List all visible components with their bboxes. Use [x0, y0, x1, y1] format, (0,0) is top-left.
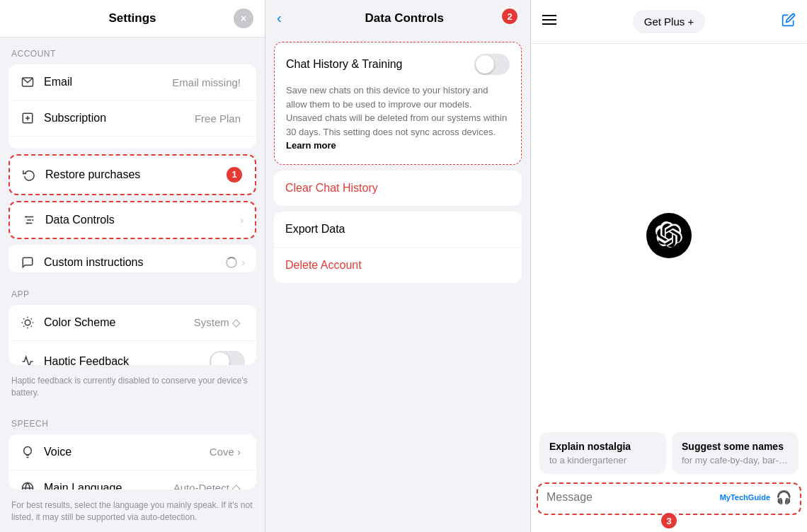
haptic-toggle-thumb: [211, 352, 229, 365]
language-icon: [20, 480, 35, 490]
subscription-value: Free Plan: [195, 112, 241, 125]
email-item[interactable]: Email Email missing!: [8, 64, 256, 100]
email-label: Email: [44, 76, 172, 88]
language-value: Auto-Detect ◇: [173, 482, 241, 490]
chat-history-label: Chat History & Training: [286, 58, 403, 71]
svg-line-20: [23, 326, 24, 327]
export-data-button[interactable]: Export Data: [274, 212, 522, 248]
badge-3: 3: [660, 511, 678, 530]
suggestion-2[interactable]: Suggest some names for my cafe-by-day, b…: [672, 432, 799, 474]
chatgpt-logo: [646, 213, 692, 258]
main-language-item[interactable]: Main Language Auto-Detect ◇: [8, 470, 256, 490]
haptic-note: Haptic feedback is currently disabled to…: [0, 371, 265, 407]
language-label: Main Language: [44, 482, 173, 490]
suggestion-1-title: Explain nostalgia: [549, 441, 656, 452]
settings-header: Settings ×: [0, 0, 265, 37]
data-controls-icon: [21, 212, 37, 228]
custom-instructions-group: Custom instructions ›: [8, 245, 256, 272]
color-scheme-value: System ◇: [194, 316, 241, 329]
email-icon: [20, 74, 35, 90]
close-button[interactable]: ×: [234, 8, 253, 28]
back-button[interactable]: ‹: [277, 10, 282, 26]
custom-instructions-label: Custom instructions: [44, 256, 226, 269]
voice-value: Cove ›: [210, 446, 241, 458]
svg-line-21: [31, 318, 32, 319]
suggestion-1[interactable]: Explain nostalgia to a kindergartener: [539, 432, 666, 474]
svg-line-16: [23, 318, 24, 319]
svg-point-11: [32, 219, 33, 221]
data-controls-panel: ‹ Data Controls 2 Chat History & Trainin…: [265, 0, 531, 532]
chat-history-toggle-thumb: [476, 55, 494, 74]
suggestion-1-sub: to a kindergartener: [549, 455, 656, 466]
haptic-feedback-item[interactable]: Haptic Feedback: [8, 341, 256, 365]
voice-label: Voice: [44, 446, 210, 458]
svg-point-24: [23, 482, 33, 490]
restore-icon: [21, 167, 37, 183]
chat-history-toggle[interactable]: [474, 54, 510, 75]
chat-main: [531, 44, 807, 427]
voice-icon: [20, 444, 35, 460]
haptic-label: Haptic Feedback: [44, 355, 210, 365]
learn-more-link[interactable]: Learn more: [286, 140, 336, 151]
restore-purchases-item[interactable]: Restore purchases 1: [10, 156, 255, 194]
app-group: Color Scheme System ◇ Haptic Feedback: [8, 305, 256, 365]
language-note: For best results, select the language yo…: [0, 495, 265, 532]
data-controls-item[interactable]: Data Controls ›: [10, 202, 255, 238]
custom-instructions-item[interactable]: Custom instructions ›: [8, 245, 256, 272]
app-section-label: APP: [0, 278, 265, 305]
delete-account-button[interactable]: Delete Account: [274, 248, 522, 283]
restore-label: Restore purchases: [45, 168, 219, 181]
badge-1: 1: [225, 166, 244, 184]
svg-point-12: [27, 222, 28, 224]
speech-group: Voice Cove › Main Language Auto-Detect ◇: [8, 434, 256, 490]
hamburger-icon[interactable]: [542, 14, 556, 29]
suggestion-2-title: Suggest some names: [682, 441, 789, 452]
email-value: Email missing!: [172, 76, 241, 88]
loading-spinner: [226, 257, 237, 268]
edit-icon[interactable]: [782, 13, 796, 30]
subscription-label: Subscription: [44, 112, 195, 125]
watermark: MyTechGuide: [720, 493, 770, 502]
clear-chat-button[interactable]: Clear Chat History: [274, 170, 522, 206]
account-group: Email Email missing! Subscription Free P…: [8, 64, 256, 149]
color-scheme-item[interactable]: Color Scheme System ◇: [8, 305, 256, 341]
data-controls-label: Data Controls: [45, 214, 240, 226]
color-scheme-icon: [20, 315, 35, 330]
data-controls-title: Data Controls: [290, 11, 519, 25]
get-plus-button[interactable]: Get Plus +: [633, 10, 705, 33]
settings-panel: Settings × ACCOUNT Email Email missing! …: [0, 0, 265, 532]
chat-history-row: Chat History & Training: [286, 54, 510, 75]
settings-title: Settings: [108, 11, 156, 25]
chat-input-row: MyTechGuide 🎧: [537, 482, 801, 515]
upgrade-icon: [20, 146, 35, 149]
chat-history-section: Chat History & Training Save new chats o…: [274, 42, 522, 165]
haptic-icon: [20, 354, 35, 365]
clear-chat-section: Clear Chat History: [274, 170, 522, 206]
data-controls-chevron: ›: [240, 214, 244, 226]
suggestion-2-sub: for my cafe-by-day, bar-by-ni...: [682, 455, 789, 466]
color-scheme-label: Color Scheme: [44, 316, 194, 329]
account-section-label: ACCOUNT: [0, 37, 265, 64]
export-delete-section: Export Data Delete Account: [274, 212, 522, 283]
svg-line-17: [31, 326, 32, 327]
custom-instructions-chevron: ›: [241, 257, 245, 268]
headphone-icon: 🎧: [776, 490, 791, 505]
chat-header: Get Plus +: [531, 0, 807, 44]
subscription-icon: [20, 110, 35, 126]
subscription-item[interactable]: Subscription Free Plan: [8, 100, 256, 137]
svg-point-10: [25, 216, 27, 217]
voice-item[interactable]: Voice Cove ›: [8, 434, 256, 470]
upgrade-item[interactable]: Upgrade to ChatGPT Plus: [8, 137, 256, 149]
haptic-toggle[interactable]: [210, 351, 245, 365]
chat-suggestions: Explain nostalgia to a kindergartener Su…: [531, 427, 807, 480]
speech-section-label: SPEECH: [0, 407, 265, 434]
chat-history-description: Save new chats on this device to your hi…: [286, 83, 510, 153]
svg-point-13: [25, 320, 30, 325]
data-controls-header: ‹ Data Controls 2: [265, 0, 530, 36]
badge-2: 2: [500, 7, 519, 25]
chat-input[interactable]: [546, 491, 720, 504]
custom-instructions-icon: [20, 255, 35, 270]
upgrade-label: Upgrade to ChatGPT Plus: [44, 148, 245, 149]
chat-panel: Get Plus + Explain nostalgia to a kinder…: [531, 0, 807, 532]
